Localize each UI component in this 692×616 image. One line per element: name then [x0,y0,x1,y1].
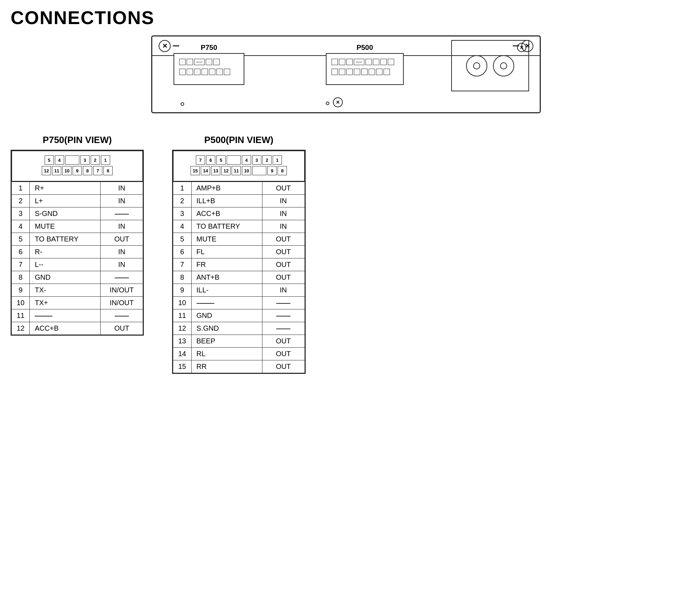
device-center-dot [326,102,329,105]
pin-direction: OUT [262,246,305,258]
p500-pin-view-title: P500(PIN VIEW) [172,135,305,146]
pv-pin: 10 [242,166,251,175]
p750-bottom-pin-row: - - - - - - - [179,69,239,75]
pin-name [30,309,101,322]
pin-name: RR [191,360,262,373]
pin-direction [101,309,143,322]
pin-name [191,297,262,309]
pin-name: ANT+B [191,271,262,284]
table-row: 12S.GND [173,322,305,335]
pv-pin: 5 [216,155,226,165]
pv-pin: 3 [252,155,261,165]
pin-number: 15 [173,360,191,373]
pin-direction: OUT [262,233,305,246]
inner-circle-2 [500,62,507,69]
pin-number: 7 [12,258,30,271]
pin-number: 1 [173,182,191,195]
pin-box: · [373,59,379,65]
pin-number: 6 [12,246,30,258]
pin-name: ILL+B [191,195,262,207]
pin-direction: OUT [101,233,143,246]
pin-number: 8 [12,271,30,284]
table-row: 6FLOUT [173,246,305,258]
pin-box: · [365,59,372,65]
pv-pin: 3 [80,155,90,165]
table-row: 12ACC+BOUT [12,322,143,335]
pin-box: · [369,69,375,75]
pin-number: 5 [173,233,191,246]
pin-direction: IN [262,195,305,207]
p750-top-pin-row: - - ▭▭ - - [179,59,239,65]
p750-table-wrapper: 5 4 3 2 1 12 11 10 9 8 7 6 [11,150,144,336]
pin-name: RL [191,348,262,360]
pv-pin: 7 [196,155,205,165]
pv-pin: 4 [55,155,64,165]
pin-box: · [376,69,382,75]
pv-gap [65,155,79,165]
pin-direction: OUT [262,360,305,373]
pin-box: · [331,69,338,75]
pin-box: · [339,69,345,75]
pin-name: L+ [30,195,101,207]
table-row: 6R-IN [12,246,143,258]
page-title: CONNECTIONS [11,7,681,28]
pin-box: · [388,59,394,65]
table-row: 8ANT+BOUT [173,271,305,284]
pin-number: 11 [173,309,191,322]
pin-number: 12 [173,322,191,335]
pin-box: · [331,59,338,65]
table-row: 10 [173,297,305,309]
pin-box: - [187,69,193,75]
pin-number: 10 [173,297,191,309]
p500-bottom-row: 15 14 13 12 11 10 9 8 [179,166,298,175]
p750-top-row: 5 4 3 2 1 [18,155,137,165]
tables-section: P750(PIN VIEW) 5 4 3 2 1 12 11 10 9 [11,135,681,374]
table-row: 7FROUT [173,258,305,271]
pin-box: - [179,59,186,65]
pin-name: ILL- [191,284,262,297]
pin-direction: IN [101,258,143,271]
table-row: 9TX-IN/OUT [12,284,143,297]
pv-pin: 4 [242,155,251,165]
table-row: 15RROUT [173,360,305,373]
pin-name: AMP+B [191,182,262,195]
pin-direction: IN [101,246,143,258]
right-component-x: ✕ [517,43,526,52]
pv-gap [252,166,266,175]
pin-name: S.GND [191,322,262,335]
pin-direction [262,322,305,335]
table-row: 1R+IN [12,182,143,195]
pin-number: 6 [173,246,191,258]
pin-direction: IN/OUT [101,284,143,297]
table-row: 7L--IN [12,258,143,271]
pin-number: 5 [12,233,30,246]
pv-pin: 9 [73,166,82,175]
pin-name: R- [30,246,101,258]
pv-pin: 10 [62,166,72,175]
pin-number: 7 [173,258,191,271]
p500-connector-body: · · · ▭▭ · · · · · · · · · · · [326,53,404,85]
table-row: 5MUTEOUT [173,233,305,246]
pin-name: BEEP [191,335,262,348]
pin-box: · [339,59,345,65]
pin-name: R+ [30,182,101,195]
pin-number: 11 [12,309,30,322]
pv-pin: 6 [206,155,215,165]
pin-number: 3 [12,207,30,220]
pv-pin: 13 [211,166,220,175]
pin-name: GND [30,271,101,284]
pv-pin: 11 [232,166,241,175]
pv-pin: 12 [42,166,51,175]
pin-box: · [346,69,353,75]
pin-box: - [202,69,208,75]
pin-direction [262,309,305,322]
pin-number: 2 [173,195,191,207]
circle-component-1 [466,55,487,76]
pin-name: TO BATTERY [191,220,262,233]
pin-name: MUTE [30,220,101,233]
pin-direction: IN [262,220,305,233]
pin-direction: IN [262,207,305,220]
pv-pin: 7 [93,166,102,175]
table-row: 4TO BATTERYIN [173,220,305,233]
table-row: 5TO BATTERYOUT [12,233,143,246]
